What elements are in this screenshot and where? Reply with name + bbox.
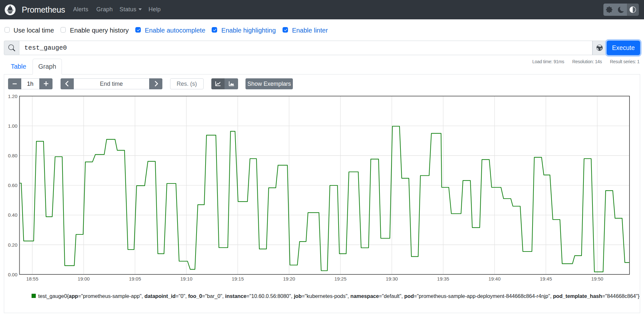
- svg-text:19:15: 19:15: [232, 276, 244, 281]
- svg-text:0.40: 0.40: [8, 212, 17, 218]
- svg-text:19:35: 19:35: [437, 276, 449, 281]
- svg-text:19:10: 19:10: [180, 276, 193, 281]
- svg-text:0.00: 0.00: [8, 272, 17, 277]
- svg-text:19:45: 19:45: [540, 276, 552, 281]
- svg-text:19:00: 19:00: [78, 276, 90, 281]
- svg-text:19:25: 19:25: [334, 276, 347, 281]
- svg-text:1.00: 1.00: [8, 123, 17, 129]
- svg-text:19:50: 19:50: [591, 276, 603, 281]
- svg-text:19:40: 19:40: [488, 276, 501, 281]
- svg-text:19:20: 19:20: [283, 276, 295, 281]
- svg-text:1.20: 1.20: [8, 94, 17, 99]
- svg-text:19:05: 19:05: [129, 276, 141, 281]
- svg-text:19:30: 19:30: [386, 276, 398, 281]
- svg-text:18:55: 18:55: [26, 276, 39, 281]
- svg-text:0.60: 0.60: [8, 183, 17, 188]
- svg-text:0.80: 0.80: [8, 153, 17, 158]
- svg-text:0.20: 0.20: [8, 242, 17, 248]
